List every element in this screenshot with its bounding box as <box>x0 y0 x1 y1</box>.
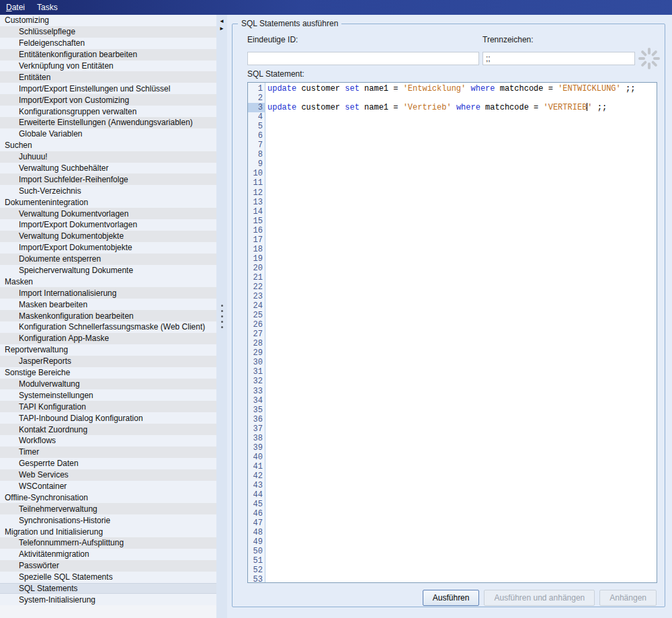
code-line[interactable] <box>265 358 657 367</box>
sidebar-item[interactable]: TAPI-Inbound Dialog Konfiguration <box>0 412 216 424</box>
sidebar-item[interactable]: Entitäten <box>0 71 216 83</box>
code-line[interactable] <box>265 424 657 434</box>
sidebar-item[interactable]: Verwaltung Suchbehälter <box>0 163 216 174</box>
sidebar-category[interactable]: Masken <box>0 276 216 287</box>
code-line[interactable]: update customer set name1 = 'Entwicklung… <box>265 84 657 93</box>
code-line[interactable] <box>265 566 657 575</box>
code-line[interactable] <box>265 396 657 405</box>
code-line[interactable] <box>265 93 657 103</box>
sidebar-item[interactable]: Spezielle SQL Statements <box>0 572 216 583</box>
code-line[interactable] <box>265 311 657 320</box>
sidebar-item[interactable]: SQL Statements <box>0 583 216 594</box>
sidebar-item[interactable]: Globale Variablen <box>0 128 216 140</box>
code-line[interactable] <box>265 141 657 150</box>
code-line[interactable] <box>265 575 657 582</box>
code-line[interactable] <box>265 377 657 386</box>
code-line[interactable] <box>265 537 657 547</box>
sidebar-category[interactable]: Customizing <box>0 15 216 26</box>
sidebar-item[interactable]: Juhuuu! <box>0 151 216 163</box>
code-line[interactable] <box>265 282 657 292</box>
sidebar-item[interactable]: Import/Export Dokumentobjekte <box>0 242 216 254</box>
sidebar-item[interactable]: Import Internationalisierung <box>0 287 216 299</box>
sidebar-item[interactable]: Verwaltung Dokumentobjekte <box>0 231 216 242</box>
sidebar-item[interactable]: Maskenkonfiguration bearbeiten <box>0 310 216 321</box>
sidebar-item[interactable]: Aktivitätenmigration <box>0 549 216 560</box>
sidebar-item[interactable]: Feldeigenschaften <box>0 38 216 49</box>
sidebar-item[interactable]: Gesperrte Daten <box>0 458 216 469</box>
code-line[interactable] <box>265 348 657 358</box>
sql-code-area[interactable]: update customer set name1 = 'Entwicklung… <box>265 83 657 582</box>
sidebar-item[interactable]: Systemeinstellungen <box>0 389 216 401</box>
code-line[interactable] <box>265 254 657 264</box>
sidebar-item[interactable]: Such-Verzeichnis <box>0 185 216 196</box>
code-line[interactable] <box>265 443 657 453</box>
code-line[interactable] <box>265 320 657 330</box>
splitter-collapse-arrows-icon[interactable]: ◄► <box>216 17 227 32</box>
sidebar-item[interactable]: Konfiguration App-Maske <box>0 333 216 344</box>
sidebar-item[interactable]: Erweiterte Einstellungen (Anwendungsvari… <box>0 117 216 128</box>
sidebar-item[interactable]: Passwörter <box>0 560 216 572</box>
sidebar-item[interactable]: Modulverwaltung <box>0 379 216 390</box>
code-line[interactable] <box>265 518 657 528</box>
code-line[interactable] <box>265 405 657 415</box>
code-line[interactable] <box>265 245 657 254</box>
code-line[interactable] <box>265 235 657 245</box>
splitter-grip-icon[interactable] <box>216 305 227 328</box>
code-line[interactable] <box>265 188 657 198</box>
code-line[interactable] <box>265 330 657 339</box>
sidebar-item[interactable]: Verknüpfung von Entitäten <box>0 61 216 72</box>
code-line[interactable] <box>265 547 657 556</box>
sidebar-item[interactable]: JasperReports <box>0 356 216 367</box>
code-line[interactable] <box>265 387 657 396</box>
code-line[interactable] <box>265 490 657 500</box>
code-line[interactable] <box>265 509 657 518</box>
code-line[interactable] <box>265 122 657 131</box>
code-line[interactable] <box>265 415 657 424</box>
sidebar-item[interactable]: Teilnehmerverwaltung <box>0 503 216 514</box>
sidebar-item[interactable]: Masken bearbeiten <box>0 299 216 310</box>
sidebar-item[interactable]: Web Services <box>0 469 216 481</box>
sidebar-item[interactable]: Konfiguration Schnellerfassungsmaske (We… <box>0 321 216 333</box>
code-line[interactable] <box>265 434 657 443</box>
sidebar-item[interactable]: Import/Export Dokumentvorlagen <box>0 219 216 231</box>
separator-input[interactable] <box>482 52 635 65</box>
unique-id-input[interactable] <box>247 52 479 65</box>
code-line[interactable] <box>265 169 657 178</box>
ausführen-button[interactable]: Ausführen <box>423 590 480 606</box>
code-line[interactable] <box>265 150 657 159</box>
sidebar-item[interactable]: Dokumente entsperren <box>0 254 216 265</box>
sidebar-item[interactable]: WSContainer <box>0 481 216 492</box>
sidebar-item[interactable]: TAPI Konfiguration <box>0 401 216 412</box>
menu-datei[interactable]: Datei <box>0 0 31 15</box>
code-line[interactable] <box>265 462 657 471</box>
code-line[interactable] <box>265 367 657 377</box>
sidebar-item[interactable]: Import/Export Einstellungen und Schlüsse… <box>0 83 216 94</box>
code-line[interactable] <box>265 131 657 141</box>
sidebar-item[interactable]: System-Initialisierung <box>0 594 216 605</box>
code-line[interactable] <box>265 453 657 462</box>
code-line[interactable] <box>265 226 657 235</box>
sidebar-category[interactable]: Suchen <box>0 140 216 151</box>
sidebar-item[interactable]: Synchronisations-Historie <box>0 514 216 526</box>
code-line[interactable] <box>265 112 657 122</box>
sidebar-item[interactable]: Schlüsselpflege <box>0 26 216 38</box>
code-line[interactable] <box>265 500 657 509</box>
sidebar-item[interactable]: Workflows <box>0 435 216 447</box>
sidebar-item[interactable]: Timer <box>0 447 216 458</box>
code-line[interactable] <box>265 292 657 301</box>
code-line[interactable] <box>265 178 657 188</box>
code-line[interactable] <box>265 159 657 169</box>
sidebar-category[interactable]: Offline-Synchronisation <box>0 492 216 503</box>
code-line[interactable] <box>265 301 657 311</box>
code-line[interactable] <box>265 339 657 348</box>
sidebar-item[interactable]: Kontakt Zuordnung <box>0 424 216 435</box>
code-line[interactable] <box>265 217 657 226</box>
code-line[interactable] <box>265 198 657 207</box>
splitter-bar[interactable]: ◄► <box>216 15 227 618</box>
sidebar-category[interactable]: Reportverwaltung <box>0 344 216 356</box>
code-line[interactable] <box>265 528 657 537</box>
sidebar-category[interactable]: Migration und Initialisierung <box>0 526 216 537</box>
code-line[interactable] <box>265 471 657 481</box>
menu-tasks[interactable]: Tasks <box>31 0 64 15</box>
sidebar-item[interactable]: Import/Export von Customizing <box>0 94 216 106</box>
